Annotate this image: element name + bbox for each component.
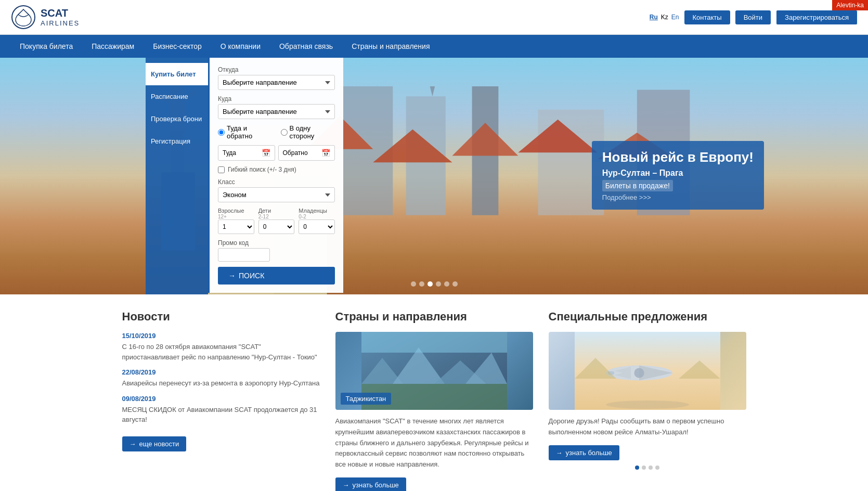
sidebar-registration[interactable]: Регистрация [146, 130, 208, 152]
infants-sublabel: 0-2 [299, 214, 335, 219]
hero-dot-1[interactable] [411, 281, 416, 287]
to-group: Куда Выберите направление [218, 95, 335, 119]
news-item-2: 22/08/2019 Авиарейсы перенесут из-за рем… [122, 368, 320, 389]
sidebar-schedule[interactable]: Расписание [146, 85, 208, 108]
round-trip-label[interactable]: Туда и обратно [218, 124, 273, 140]
passengers-row: Взрослые 12+ 1234 Дети 2-12 0123 Младенц… [218, 208, 335, 234]
arrow-icon-countries: → [343, 481, 349, 489]
sidebar-check-booking[interactable]: Проверка брони [146, 108, 208, 130]
class-select[interactable]: Эконом Бизнес [218, 187, 335, 202]
svg-point-34 [634, 368, 644, 378]
news-column: Новости 15/10/2019 С 16-го по 28 октября… [122, 310, 320, 491]
promo-input[interactable] [218, 248, 270, 262]
countries-column: Страны и направления [335, 310, 533, 491]
from-group: Откуда Выберите направление [218, 66, 335, 90]
class-label: Класс [218, 178, 335, 186]
children-sublabel: 2-12 [258, 214, 295, 219]
promo-label: Промо код [218, 239, 335, 247]
news-date-1: 15/10/2019 [122, 332, 320, 340]
offer-description: Дорогие друзья! Рады сообщить вам о перв… [549, 416, 746, 438]
logo: SCAT AIRLINES [10, 4, 80, 30]
nav-business[interactable]: Бизнес-сектор [144, 35, 211, 58]
arrow-icon: → [129, 440, 136, 448]
alevtin-badge: Alevtin-ka [832, 0, 868, 10]
news-text-3: МЕСЯЦ СКИДОК от Авиакомпании SCAT продол… [122, 405, 320, 425]
return-date[interactable]: Обратно 📅 [278, 145, 335, 161]
hero-dot-6[interactable] [452, 281, 458, 287]
sidebar-buy-ticket[interactable]: Купить билет [146, 63, 208, 85]
special-offers-column: Специальные предложения [549, 310, 746, 491]
news-text-2: Авиарейсы перенесут из-за ремонта в аэро… [122, 378, 320, 389]
countries-title: Страны и направления [335, 310, 533, 324]
oneway-radio[interactable] [281, 129, 288, 136]
nav-about[interactable]: О компании [211, 35, 270, 58]
promo-row: Промо код [218, 239, 335, 262]
contacts-button[interactable]: Контакты [684, 10, 730, 24]
adults-select[interactable]: 1234 [218, 219, 254, 234]
booking-form: Откуда Выберите направление Куда Выберит… [208, 58, 343, 293]
nav-feedback[interactable]: Обратная связь [270, 35, 342, 58]
infants-select[interactable]: 01 [299, 219, 335, 234]
to-select[interactable]: Выберите направление [218, 104, 335, 119]
news-date-3: 09/08/2019 [122, 395, 320, 403]
lang-en[interactable]: En [671, 14, 679, 21]
children-select[interactable]: 0123 [258, 219, 295, 234]
oneway-label[interactable]: В одну сторону [281, 124, 335, 140]
news-more-link[interactable]: → еще новости [122, 436, 187, 451]
infants-col: Младенцы 0-2 01 [299, 208, 335, 234]
lang-links: Ru Kz En [650, 14, 679, 21]
round-trip-radio[interactable] [218, 129, 225, 136]
hero-dot-2[interactable] [419, 281, 424, 287]
to-label: Куда [218, 95, 335, 102]
offer-image [549, 332, 746, 410]
news-date-2: 22/08/2019 [122, 368, 320, 376]
hero-dot-4[interactable] [436, 281, 441, 287]
country-description: Авиакомпания "SCAT" в течение многих лет… [335, 416, 533, 470]
from-label: Откуда [218, 66, 335, 73]
adults-col: Взрослые 12+ 1234 [218, 208, 254, 234]
flexible-search-row: Гибкий поиск (+/- 3 дня) [218, 166, 335, 173]
offers-dot-3[interactable] [649, 466, 653, 470]
offers-dot-1[interactable] [635, 466, 639, 470]
register-button[interactable]: Зарегистрироваться [776, 10, 858, 25]
depart-date[interactable]: Туда 📅 [218, 145, 275, 161]
main-nav: Покупка билета Пассажирам Бизнес-сектор … [0, 35, 868, 58]
from-select[interactable]: Выберите направление [218, 75, 335, 90]
promo-title: Новый рейс в Европу! [602, 149, 754, 165]
adults-sublabel: 12+ [218, 214, 254, 219]
calendar-icon-depart: 📅 [262, 149, 270, 157]
nav-buy-ticket[interactable]: Покупка билета [10, 35, 82, 58]
date-row: Туда 📅 Обратно 📅 [218, 145, 335, 161]
search-button[interactable]: → ПОИСК [218, 267, 335, 285]
children-label: Дети [258, 208, 295, 214]
countries-more-link[interactable]: → узнать больше [335, 477, 406, 491]
top-bar-right: Ru Kz En Контакты Войти Зарегистрировать… [650, 10, 858, 25]
svg-rect-27 [361, 332, 507, 353]
promo-more[interactable]: Подробнее >>> [602, 193, 754, 201]
search-arrow-icon: → [228, 272, 236, 280]
nav-passengers[interactable]: Пассажирам [82, 35, 144, 58]
promo-route: Нур-Султан – Прага [602, 169, 754, 178]
trip-type-group: Туда и обратно В одну сторону [218, 124, 335, 140]
news-title: Новости [122, 310, 320, 324]
logo-icon [10, 4, 36, 30]
news-item-1: 15/10/2019 С 16-го по 28 октября авиаком… [122, 332, 320, 362]
flexible-checkbox[interactable] [218, 166, 225, 173]
content-area: Новости 15/10/2019 С 16-го по 28 октября… [0, 294, 868, 491]
offers-dot-4[interactable] [655, 466, 659, 470]
logo-text: SCAT AIRLINES [41, 7, 80, 27]
login-button[interactable]: Войти [735, 10, 771, 24]
content-grid: Новости 15/10/2019 С 16-го по 28 октября… [122, 310, 746, 491]
offers-dot-2[interactable] [642, 466, 646, 470]
hero-dot-3[interactable] [427, 281, 433, 287]
adults-label: Взрослые [218, 208, 254, 214]
hero-dot-5[interactable] [444, 281, 449, 287]
nav-countries[interactable]: Страны и направления [342, 35, 439, 58]
lang-ru[interactable]: Ru [650, 14, 658, 21]
offers-more-link[interactable]: → узнать больше [549, 445, 619, 460]
calendar-icon-return: 📅 [321, 149, 330, 157]
offers-carousel-dots [549, 466, 746, 470]
arrow-icon-offers: → [556, 449, 563, 457]
booking-sidebar: Купить билет Расписание Проверка брони Р… [146, 58, 208, 294]
news-item-3: 09/08/2019 МЕСЯЦ СКИДОК от Авиакомпании … [122, 395, 320, 425]
